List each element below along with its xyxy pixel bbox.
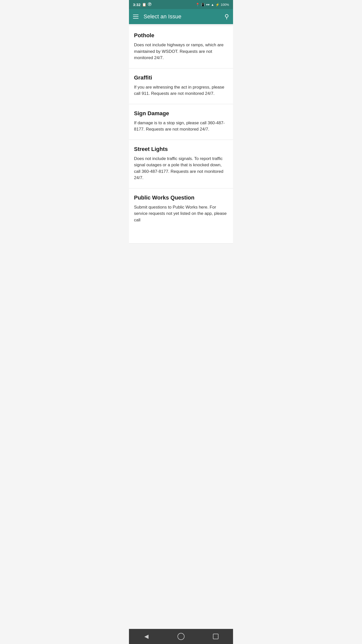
issue-description-sign-damage: If damage is to a stop sign, please call… — [134, 120, 228, 133]
issue-item-public-works[interactable]: Public Works Question Submit questions t… — [129, 188, 233, 244]
battery-percent: 100% — [221, 3, 229, 7]
issue-item-pothole[interactable]: Pothole Does not include highways or ram… — [129, 26, 233, 68]
issue-list: Pothole Does not include highways or ram… — [129, 26, 233, 244]
issue-title-pothole: Pothole — [134, 32, 228, 39]
menu-button[interactable] — [133, 15, 139, 19]
status-bar-right: 📍 📳 ▾▾ ▲ ⚡ 100% — [196, 3, 229, 7]
issue-description-pothole: Does not include highways or ramps, whic… — [134, 42, 228, 61]
toolbar: Select an Issue ⚲ — [129, 9, 233, 24]
time-display: 3:32 — [133, 3, 141, 7]
wifi-icon: ▾▾ — [206, 3, 210, 7]
issue-description-graffiti: If you are witnessing the act in progres… — [134, 84, 228, 97]
battery-icon: ⚡ — [215, 3, 219, 7]
vibrate-icon: 📳 — [201, 3, 205, 7]
issue-item-graffiti[interactable]: Graffiti If you are witnessing the act i… — [129, 68, 233, 104]
issue-title-graffiti: Graffiti — [134, 74, 228, 81]
page-title: Select an Issue — [144, 13, 224, 20]
issue-title-street-lights: Street Lights — [134, 146, 228, 152]
location-icon: 📍 — [196, 3, 200, 7]
status-bar: 3:32 📋 Ⓟ 📍 📳 ▾▾ ▲ ⚡ 100% — [129, 0, 233, 9]
search-button[interactable]: ⚲ — [224, 13, 229, 20]
issue-title-public-works: Public Works Question — [134, 194, 228, 201]
issue-item-street-lights[interactable]: Street Lights Does not include traffic s… — [129, 140, 233, 188]
notification-icon-2: Ⓟ — [148, 2, 151, 7]
issue-description-public-works: Submit questions to Public Works here. F… — [134, 204, 228, 223]
notification-icon-1: 📋 — [142, 3, 146, 7]
issue-description-street-lights: Does not include traffic signals. To rep… — [134, 155, 228, 181]
status-bar-left: 3:32 📋 Ⓟ — [133, 2, 151, 7]
issue-title-sign-damage: Sign Damage — [134, 110, 228, 117]
issue-item-sign-damage[interactable]: Sign Damage If damage is to a stop sign,… — [129, 104, 233, 140]
signal-icon: ▲ — [211, 3, 214, 7]
